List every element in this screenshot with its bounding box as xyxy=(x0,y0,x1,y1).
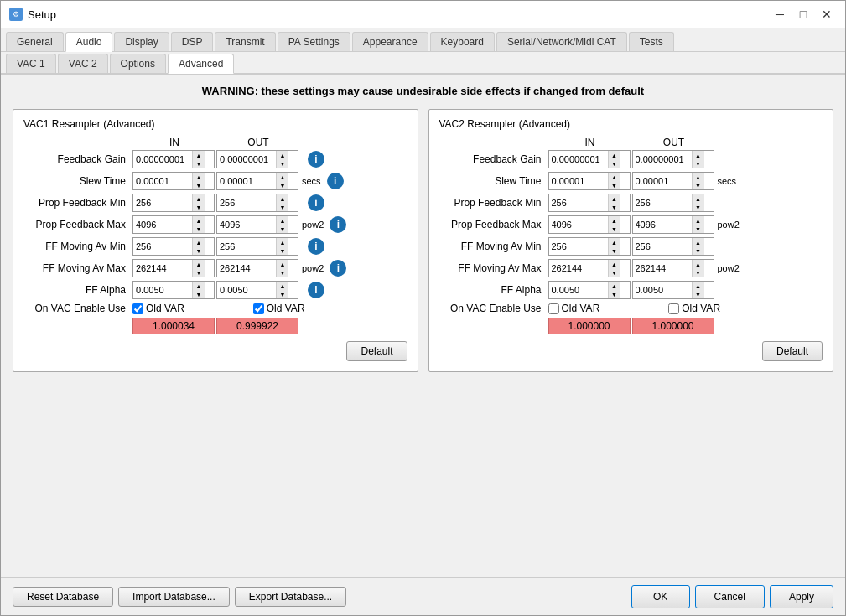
vac1-ff-av-min-out-input[interactable] xyxy=(217,238,276,255)
vac1-ff-alpha-in-input[interactable] xyxy=(133,282,192,298)
vac1-ff-av-min-out-down[interactable]: ▼ xyxy=(277,246,288,255)
tab-general[interactable]: General xyxy=(6,32,64,51)
vac2-ff-av-max-out-input[interactable] xyxy=(633,260,692,277)
vac2-ff-alpha-out-input[interactable] xyxy=(633,282,692,298)
vac1-prop-fb-max-out-up[interactable]: ▲ xyxy=(277,216,288,225)
vac1-ff-av-min-in-down[interactable]: ▼ xyxy=(193,246,205,255)
tab-vac2[interactable]: VAC 2 xyxy=(58,54,108,73)
vac2-feedback-gain-out-down[interactable]: ▼ xyxy=(693,159,704,168)
tab-advanced[interactable]: Advanced xyxy=(168,54,234,74)
vac1-prop-fb-max-in-down[interactable]: ▼ xyxy=(193,225,205,233)
vac1-prop-fb-min-out-down[interactable]: ▼ xyxy=(277,203,288,211)
vac1-ff-alpha-in-down[interactable]: ▼ xyxy=(193,290,205,298)
tab-transmit[interactable]: Transmit xyxy=(215,32,275,51)
vac1-prop-fb-min-out-up[interactable]: ▲ xyxy=(277,194,288,203)
vac1-ff-av-max-in-input[interactable] xyxy=(133,260,192,277)
vac2-feedback-gain-out-input[interactable] xyxy=(633,151,692,168)
vac1-slew-time-out-up[interactable]: ▲ xyxy=(277,173,288,181)
tab-tests[interactable]: Tests xyxy=(629,32,674,51)
vac1-ff-av-max-info-button[interactable]: i xyxy=(330,260,346,277)
vac1-cb-out-checkbox[interactable] xyxy=(253,303,264,314)
vac1-ff-alpha-in-up[interactable]: ▲ xyxy=(193,282,205,290)
vac1-prop-fb-max-in-up[interactable]: ▲ xyxy=(193,216,205,225)
vac2-ff-alpha-in-up[interactable]: ▲ xyxy=(609,282,620,290)
vac1-ff-av-max-out-input[interactable] xyxy=(217,260,276,277)
vac1-cb-in-checkbox[interactable] xyxy=(132,303,143,314)
cancel-button[interactable]: Cancel xyxy=(695,585,765,608)
vac1-slew-time-info-button[interactable]: i xyxy=(327,173,344,189)
vac1-ff-alpha-out-up[interactable]: ▲ xyxy=(277,282,288,290)
vac2-prop-fb-max-in-input[interactable] xyxy=(549,216,608,233)
tab-serial[interactable]: Serial/Network/Midi CAT xyxy=(496,32,627,51)
vac1-ff-alpha-out-input[interactable] xyxy=(217,282,276,298)
vac1-ff-av-min-info-button[interactable]: i xyxy=(308,238,324,255)
vac1-prop-fb-max-out-input[interactable] xyxy=(217,216,276,233)
vac2-slew-time-out-up[interactable]: ▲ xyxy=(693,173,704,181)
vac1-prop-fb-max-in-input[interactable] xyxy=(133,216,192,233)
vac2-prop-fb-min-in-input[interactable] xyxy=(549,194,608,211)
vac2-ff-av-min-in-input[interactable] xyxy=(549,238,608,255)
vac2-ff-alpha-out-up[interactable]: ▲ xyxy=(693,282,704,290)
vac1-prop-fb-min-info-button[interactable]: i xyxy=(308,194,324,211)
vac2-ff-av-max-in-input[interactable] xyxy=(549,260,608,277)
tab-audio[interactable]: Audio xyxy=(65,32,113,52)
vac2-cb-out-checkbox[interactable] xyxy=(668,303,679,314)
vac1-feedback-gain-out-down[interactable]: ▼ xyxy=(277,159,288,168)
import-database-button[interactable]: Import Database... xyxy=(118,587,230,607)
vac1-prop-fb-min-in-up[interactable]: ▲ xyxy=(193,194,205,203)
reset-database-button[interactable]: Reset Database xyxy=(13,587,113,607)
vac2-prop-fb-max-in-down[interactable]: ▼ xyxy=(609,225,620,233)
vac1-slew-time-out-down[interactable]: ▼ xyxy=(277,181,288,189)
vac2-cb-in-checkbox[interactable] xyxy=(548,303,559,314)
tab-keyboard[interactable]: Keyboard xyxy=(430,32,495,51)
vac2-ff-av-max-out-down[interactable]: ▼ xyxy=(693,268,704,277)
vac1-feedback-gain-in-down[interactable]: ▼ xyxy=(193,159,205,168)
vac1-ff-av-min-in-input[interactable] xyxy=(133,238,192,255)
vac2-prop-fb-max-out-down[interactable]: ▼ xyxy=(693,225,704,233)
vac2-ff-av-min-out-down[interactable]: ▼ xyxy=(693,246,704,255)
vac2-feedback-gain-in-up[interactable]: ▲ xyxy=(609,151,620,159)
vac1-ff-av-max-in-down[interactable]: ▼ xyxy=(193,268,205,277)
vac1-prop-fb-min-out-input[interactable] xyxy=(217,194,276,211)
vac2-prop-fb-max-in-up[interactable]: ▲ xyxy=(609,216,620,225)
vac1-ff-av-min-in-up[interactable]: ▲ xyxy=(193,238,205,246)
vac1-ff-av-max-in-up[interactable]: ▲ xyxy=(193,260,205,268)
vac1-slew-time-in-down[interactable]: ▼ xyxy=(193,181,205,189)
tab-vac1[interactable]: VAC 1 xyxy=(6,54,56,73)
vac1-prop-fb-max-out-down[interactable]: ▼ xyxy=(277,225,288,233)
tab-pa-settings[interactable]: PA Settings xyxy=(278,32,350,51)
ok-button[interactable]: OK xyxy=(631,585,690,608)
vac2-slew-time-in-down[interactable]: ▼ xyxy=(609,181,620,189)
maximize-button[interactable]: □ xyxy=(793,6,813,23)
vac2-prop-fb-min-out-input[interactable] xyxy=(633,194,692,211)
vac1-ff-av-max-out-down[interactable]: ▼ xyxy=(277,268,288,277)
vac1-feedback-gain-info-button[interactable]: i xyxy=(308,151,324,168)
vac1-ff-alpha-info-button[interactable]: i xyxy=(308,282,324,298)
vac2-ff-av-min-out-input[interactable] xyxy=(633,238,692,255)
vac2-ff-av-min-in-up[interactable]: ▲ xyxy=(609,238,620,246)
vac2-ff-av-max-in-down[interactable]: ▼ xyxy=(609,268,620,277)
vac2-prop-fb-min-out-up[interactable]: ▲ xyxy=(693,194,704,203)
vac2-slew-time-out-input[interactable] xyxy=(633,173,692,189)
vac1-prop-fb-max-info-button[interactable]: i xyxy=(330,216,346,233)
vac2-ff-av-max-in-up[interactable]: ▲ xyxy=(609,260,620,268)
vac2-ff-av-max-out-up[interactable]: ▲ xyxy=(693,260,704,268)
vac2-ff-alpha-out-down[interactable]: ▼ xyxy=(693,290,704,298)
vac2-feedback-gain-out-up[interactable]: ▲ xyxy=(693,151,704,159)
vac1-feedback-gain-in-up[interactable]: ▲ xyxy=(193,151,205,159)
vac2-prop-fb-min-out-down[interactable]: ▼ xyxy=(693,203,704,211)
vac2-feedback-gain-in-input[interactable] xyxy=(549,151,608,168)
vac1-default-button[interactable]: Default xyxy=(346,341,407,361)
vac2-prop-fb-max-out-up[interactable]: ▲ xyxy=(693,216,704,225)
tab-display[interactable]: Display xyxy=(114,32,169,51)
vac2-prop-fb-min-in-up[interactable]: ▲ xyxy=(609,194,620,203)
vac1-prop-fb-min-in-down[interactable]: ▼ xyxy=(193,203,205,211)
export-database-button[interactable]: Export Database... xyxy=(235,587,346,607)
vac1-prop-fb-min-in-input[interactable] xyxy=(133,194,192,211)
vac1-ff-alpha-out-down[interactable]: ▼ xyxy=(277,290,288,298)
vac1-ff-av-max-out-up[interactable]: ▲ xyxy=(277,260,288,268)
minimize-button[interactable]: ─ xyxy=(770,6,790,23)
vac1-ff-av-min-out-up[interactable]: ▲ xyxy=(277,238,288,246)
vac1-feedback-gain-out-input[interactable] xyxy=(217,151,276,168)
apply-button[interactable]: Apply xyxy=(770,585,833,608)
